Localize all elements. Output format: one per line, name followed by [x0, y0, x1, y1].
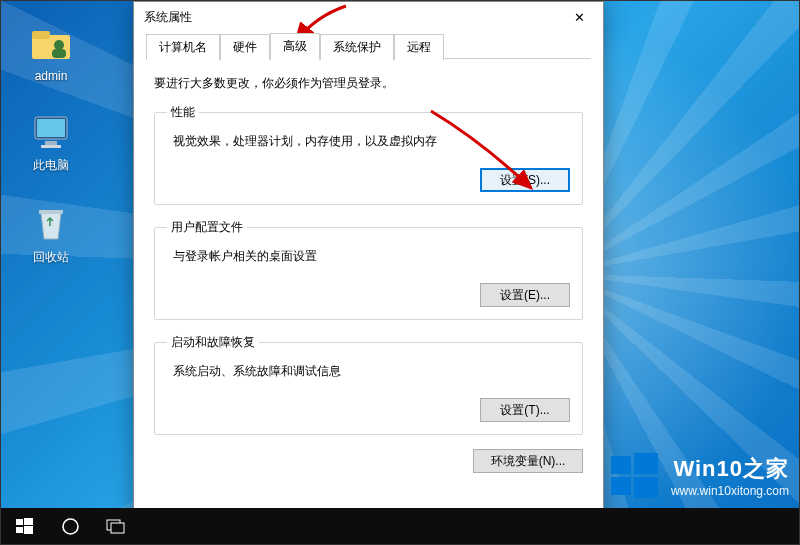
group-desc: 系统启动、系统故障和调试信息 [173, 363, 570, 380]
svg-rect-14 [24, 518, 33, 525]
tab-system-protection[interactable]: 系统保护 [320, 34, 394, 60]
button-label: 设置(S)... [500, 173, 550, 187]
group-performance: 性能 视觉效果，处理器计划，内存使用，以及虚拟内存 设置(S)... [154, 104, 583, 205]
svg-point-2 [54, 40, 64, 50]
cortana-button[interactable] [47, 508, 93, 544]
watermark-url: www.win10xitong.com [671, 484, 789, 498]
tab-advanced[interactable]: 高级 [270, 33, 320, 60]
env-variables-button[interactable]: 环境变量(N)... [473, 449, 583, 473]
watermark-brand: Win10之家 [671, 454, 789, 484]
windows-start-icon [16, 518, 33, 535]
tab-label: 计算机名 [159, 40, 207, 54]
close-icon: ✕ [574, 10, 585, 25]
recycle-bin-icon [29, 201, 73, 245]
tab-label: 远程 [407, 40, 431, 54]
svg-rect-16 [24, 526, 33, 534]
start-button[interactable] [1, 508, 47, 544]
dialog-title: 系统属性 [144, 9, 192, 26]
desktop-icon-this-pc[interactable]: 此电脑 [16, 109, 86, 174]
button-label: 环境变量(N)... [491, 454, 566, 468]
tab-hardware[interactable]: 硬件 [220, 34, 270, 60]
svg-rect-5 [37, 119, 65, 137]
group-startup-recovery: 启动和故障恢复 系统启动、系统故障和调试信息 设置(T)... [154, 334, 583, 435]
admin-info-text: 要进行大多数更改，你必须作为管理员登录。 [154, 75, 583, 92]
svg-rect-1 [32, 31, 50, 39]
group-desc: 与登录帐户相关的桌面设置 [173, 248, 570, 265]
desktop-icon-label: 回收站 [16, 249, 86, 266]
group-legend: 启动和故障恢复 [167, 334, 259, 351]
svg-rect-8 [39, 210, 63, 214]
svg-rect-11 [611, 477, 631, 495]
group-user-profiles: 用户配置文件 与登录帐户相关的桌面设置 设置(E)... [154, 219, 583, 320]
settings-button-profiles[interactable]: 设置(E)... [480, 283, 570, 307]
taskbar [1, 508, 800, 544]
titlebar[interactable]: 系统属性 ✕ [134, 2, 603, 32]
tab-label: 高级 [283, 39, 307, 53]
desktop-icon-label: admin [16, 69, 86, 83]
watermark: Win10之家 www.win10xitong.com [609, 450, 789, 502]
desktop-icon-admin[interactable]: admin [16, 21, 86, 83]
svg-point-17 [63, 519, 78, 534]
svg-rect-6 [45, 141, 57, 145]
button-label: 设置(E)... [500, 288, 550, 302]
svg-rect-12 [634, 477, 658, 498]
user-folder-icon [29, 21, 73, 65]
close-button[interactable]: ✕ [559, 4, 599, 30]
svg-rect-15 [16, 527, 23, 533]
tab-label: 硬件 [233, 40, 257, 54]
settings-button-startup[interactable]: 设置(T)... [480, 398, 570, 422]
svg-rect-13 [16, 519, 23, 525]
windows-logo-icon [609, 450, 661, 502]
tab-computer-name[interactable]: 计算机名 [146, 34, 220, 60]
svg-rect-9 [611, 456, 631, 474]
svg-rect-7 [41, 145, 61, 148]
tab-label: 系统保护 [333, 40, 381, 54]
task-view-button[interactable] [93, 508, 139, 544]
svg-rect-10 [634, 453, 658, 474]
button-label: 设置(T)... [500, 403, 549, 417]
group-legend: 用户配置文件 [167, 219, 247, 236]
desktop-icon-recycle-bin[interactable]: 回收站 [16, 201, 86, 266]
tab-row: 计算机名 硬件 高级 系统保护 远程 [134, 32, 603, 59]
svg-rect-19 [111, 523, 124, 533]
system-properties-dialog: 系统属性 ✕ 计算机名 硬件 高级 系统保护 远程 要进行大多数更改，你必须作为… [133, 1, 604, 521]
group-desc: 视觉效果，处理器计划，内存使用，以及虚拟内存 [173, 133, 570, 150]
dialog-body: 要进行大多数更改，你必须作为管理员登录。 性能 视觉效果，处理器计划，内存使用，… [134, 59, 603, 481]
group-legend: 性能 [167, 104, 199, 121]
desktop-icon-label: 此电脑 [16, 157, 86, 174]
tab-remote[interactable]: 远程 [394, 34, 444, 60]
computer-icon [29, 109, 73, 153]
task-view-icon [106, 518, 126, 534]
settings-button-performance[interactable]: 设置(S)... [480, 168, 570, 192]
cortana-circle-icon [61, 517, 80, 536]
svg-rect-3 [52, 49, 66, 58]
